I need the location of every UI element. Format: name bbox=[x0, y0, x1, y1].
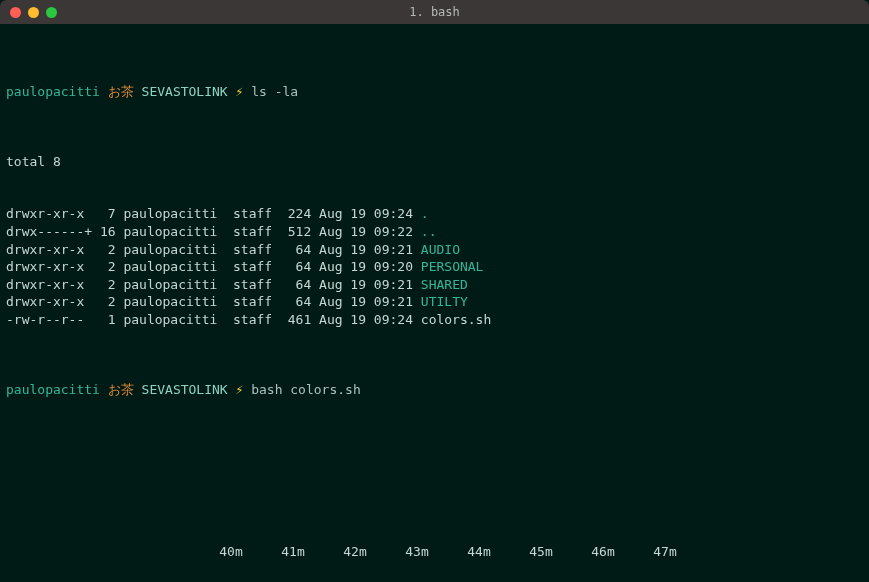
ls-row: drwx------+ 16 paulopacitti staff 512 Au… bbox=[6, 223, 863, 241]
prompt-line: paulopacitti お茶 SEVASTOLINK ⚡ bash color… bbox=[6, 381, 863, 399]
prompt-host: SEVASTOLINK bbox=[142, 84, 228, 99]
ls-row: drwxr-xr-x 2 paulopacitti staff 64 Aug 1… bbox=[6, 276, 863, 294]
grid-col-header: 40m bbox=[200, 543, 262, 561]
ls-listing: drwxr-xr-x 7 paulopacitti staff 224 Aug … bbox=[6, 205, 863, 328]
grid-col-header: 43m bbox=[386, 543, 448, 561]
terminal-window: { "titlebar": { "title": "1. bash" }, "p… bbox=[0, 0, 869, 582]
ls-row: drwxr-xr-x 7 paulopacitti staff 224 Aug … bbox=[6, 205, 863, 223]
ls-total: total 8 bbox=[6, 153, 863, 171]
grid-col-header: 46m bbox=[572, 543, 634, 561]
command-text: ls -la bbox=[251, 84, 298, 99]
grid-col-header: 47m bbox=[634, 543, 696, 561]
grid-header: 40m41m42m43m44m45m46m47m bbox=[6, 543, 863, 561]
prompt-line: paulopacitti お茶 SEVASTOLINK ⚡ ls -la bbox=[6, 83, 863, 101]
prompt-user: paulopacitti bbox=[6, 84, 100, 99]
color-grid: 40m41m42m43m44m45m46m47m mgYwgYw gYw gYw… bbox=[6, 508, 863, 582]
lightning-icon: ⚡ bbox=[236, 84, 244, 99]
ls-row: drwxr-xr-x 2 paulopacitti staff 64 Aug 1… bbox=[6, 241, 863, 259]
grid-col-header: 44m bbox=[448, 543, 510, 561]
titlebar: 1. bash bbox=[0, 0, 869, 24]
grid-col-header: 41m bbox=[262, 543, 324, 561]
window-title: 1. bash bbox=[0, 4, 869, 20]
ls-row: drwxr-xr-x 2 paulopacitti staff 64 Aug 1… bbox=[6, 293, 863, 311]
ls-row: -rw-r--r-- 1 paulopacitti staff 461 Aug … bbox=[6, 311, 863, 329]
grid-col-header: 42m bbox=[324, 543, 386, 561]
grid-col-header: 45m bbox=[510, 543, 572, 561]
ls-row: drwxr-xr-x 2 paulopacitti staff 64 Aug 1… bbox=[6, 258, 863, 276]
command-text: bash colors.sh bbox=[251, 382, 361, 397]
prompt-ocha: お茶 bbox=[108, 84, 134, 99]
terminal-body[interactable]: paulopacitti お茶 SEVASTOLINK ⚡ ls -la tot… bbox=[0, 24, 869, 582]
lightning-icon: ⚡ bbox=[236, 382, 244, 397]
